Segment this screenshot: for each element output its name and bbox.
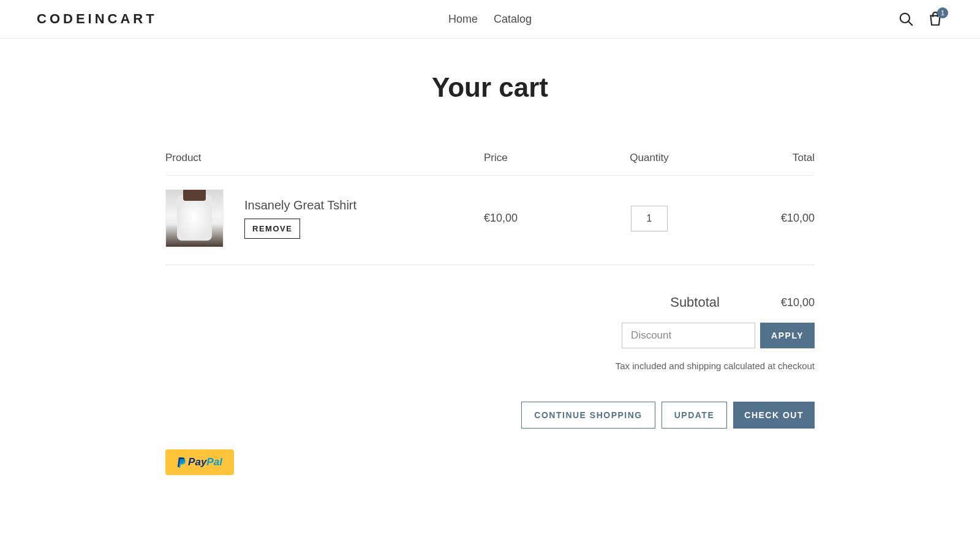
- paypal-text-pal: Pal: [206, 456, 222, 468]
- product-price: €10,00: [484, 212, 594, 225]
- header-product: Product: [165, 152, 484, 164]
- svg-point-0: [900, 13, 910, 23]
- cart-count-badge: 1: [937, 7, 948, 18]
- cart-button[interactable]: 1: [927, 11, 943, 27]
- remove-button[interactable]: REMOVE: [244, 219, 300, 239]
- quantity-input[interactable]: [631, 206, 668, 231]
- svg-line-1: [908, 21, 913, 26]
- cart-container: Your cart Product Price Quantity Total I…: [153, 72, 827, 475]
- cart-row: Insanely Great Tshirt REMOVE €10,00 €10,…: [165, 176, 815, 265]
- subtotal-value: €10,00: [781, 296, 815, 309]
- product-title[interactable]: Insanely Great Tshirt: [244, 198, 356, 212]
- search-icon: [898, 11, 914, 27]
- cart-summary: Subtotal €10,00 APPLY Tax included and s…: [165, 294, 815, 429]
- page-title: Your cart: [165, 72, 815, 103]
- action-row: CONTINUE SHOPPING UPDATE CHECK OUT: [521, 402, 815, 429]
- product-image[interactable]: [165, 189, 224, 247]
- product-info: Insanely Great Tshirt REMOVE: [244, 198, 356, 239]
- header-total: Total: [704, 152, 815, 164]
- checkout-button[interactable]: CHECK OUT: [733, 402, 815, 429]
- main-nav: Home Catalog: [448, 13, 532, 26]
- line-total: €10,00: [704, 212, 815, 225]
- update-button[interactable]: UPDATE: [662, 402, 728, 429]
- paypal-p-icon: [177, 457, 187, 468]
- subtotal-label: Subtotal: [670, 294, 720, 310]
- cart-table-header: Product Price Quantity Total: [165, 152, 815, 176]
- paypal-icon: PayPal: [177, 456, 222, 468]
- header-price: Price: [484, 152, 594, 164]
- continue-shopping-button[interactable]: CONTINUE SHOPPING: [521, 402, 655, 429]
- cart-table: Product Price Quantity Total Insanely Gr…: [165, 152, 815, 265]
- site-logo[interactable]: CODEINCART: [37, 11, 157, 27]
- site-header: CODEINCART Home Catalog 1: [0, 0, 980, 39]
- nav-home[interactable]: Home: [448, 13, 478, 26]
- discount-input[interactable]: [622, 323, 755, 348]
- apply-button[interactable]: APPLY: [760, 323, 815, 348]
- discount-row: APPLY: [622, 323, 815, 348]
- tax-note: Tax included and shipping calculated at …: [616, 361, 815, 371]
- search-button[interactable]: [898, 11, 914, 27]
- paypal-text-pay: Pay: [188, 456, 206, 468]
- subtotal-row: Subtotal €10,00: [670, 294, 815, 310]
- header-quantity: Quantity: [594, 152, 704, 164]
- product-cell: Insanely Great Tshirt REMOVE: [165, 189, 484, 247]
- paypal-button[interactable]: PayPal: [165, 449, 234, 475]
- paypal-section: PayPal: [165, 449, 815, 475]
- nav-catalog[interactable]: Catalog: [494, 13, 532, 26]
- header-actions: 1: [898, 11, 943, 27]
- quantity-cell: [594, 206, 704, 231]
